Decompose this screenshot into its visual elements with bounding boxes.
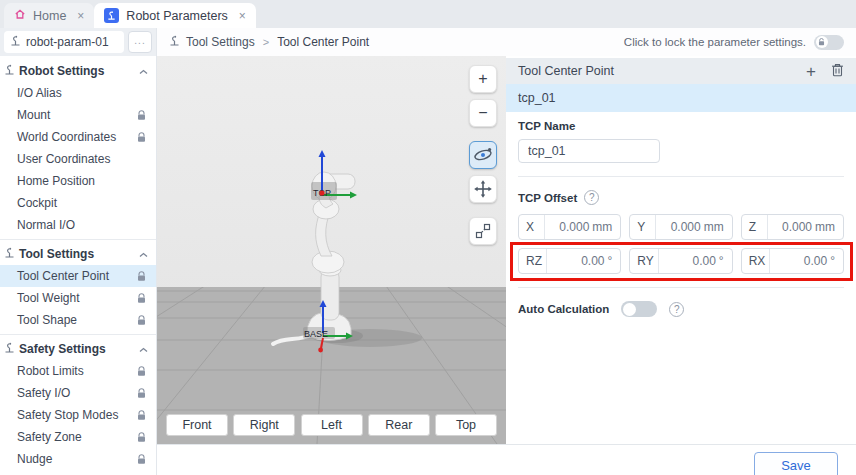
auto-calculation-toggle[interactable]	[621, 301, 657, 317]
tab-robot-parameters-label: Robot Parameters	[126, 9, 227, 23]
sidebar-item-label: Safety I/O	[17, 386, 137, 400]
help-icon[interactable]: ?	[584, 190, 599, 205]
chevron-up-icon[interactable]	[139, 342, 148, 356]
section-tool-settings[interactable]: Tool Settings	[0, 243, 156, 265]
sidebar-item-home-position[interactable]: Home Position	[0, 170, 156, 192]
unit-label: °	[719, 254, 724, 268]
main-area: Tool Settings > Tool Center Point Click …	[157, 28, 856, 475]
sidebar-item-label: Normal I/O	[17, 218, 146, 232]
sidebar-item-label: Tool Weight	[17, 291, 137, 305]
view-top-button[interactable]: Top	[435, 414, 497, 436]
sidebar-item-safety-io[interactable]: Safety I/O	[0, 382, 156, 404]
bottom-bar: Save	[157, 444, 856, 475]
unit-label: °	[608, 254, 613, 268]
section-robot-settings[interactable]: Robot Settings	[0, 60, 156, 82]
z-offset-field[interactable]: Z 0.000mm	[741, 214, 844, 240]
pan-button[interactable]	[469, 175, 497, 203]
lock-icon	[137, 271, 146, 282]
chevron-up-icon[interactable]	[139, 247, 148, 261]
sidebar-item-mount[interactable]: Mount	[0, 104, 156, 126]
lock-icon	[137, 454, 146, 465]
ry-offset-field[interactable]: RY 0.00°	[629, 248, 732, 274]
sidebar: robot-param-01 ... Robot Settings I/O Al…	[0, 28, 157, 475]
rz-offset-field[interactable]: RZ 0.00°	[518, 248, 621, 274]
parameter-set-name: robot-param-01	[26, 35, 109, 49]
sidebar-item-label: Cockpit	[17, 196, 146, 210]
ry-offset-value[interactable]: 0.00	[692, 254, 715, 268]
save-button[interactable]: Save	[754, 452, 838, 475]
sidebar-item-world-coordinates[interactable]: World Coordinates	[0, 126, 156, 148]
sidebar-item-label: I/O Alias	[17, 86, 146, 100]
rz-offset-value[interactable]: 0.00	[581, 254, 604, 268]
lock-icon	[137, 293, 146, 304]
rx-offset-value[interactable]: 0.00	[804, 254, 827, 268]
measure-button[interactable]	[469, 217, 497, 245]
delete-tcp-button[interactable]	[831, 63, 844, 80]
section-label: Robot Settings	[19, 64, 135, 78]
axis-label: RX	[742, 249, 771, 273]
parameter-set-selector[interactable]: robot-param-01	[4, 31, 124, 53]
tcp-name-input[interactable]	[518, 139, 660, 163]
axis-label: Z	[742, 215, 768, 239]
tab-robot-parameters[interactable]: Robot Parameters ×	[94, 3, 255, 28]
tab-home-label: Home	[33, 9, 66, 23]
view-left-button[interactable]: Left	[301, 414, 363, 436]
x-offset-field[interactable]: X 0.000mm	[518, 214, 621, 240]
sidebar-item-label: Tool Center Point	[17, 269, 137, 283]
section-safety-settings[interactable]: Safety Settings	[0, 338, 156, 360]
sidebar-item-normal-io[interactable]: Normal I/O	[0, 214, 156, 236]
sidebar-item-tool-shape[interactable]: Tool Shape	[0, 309, 156, 331]
tab-robot-parameters-close-icon[interactable]: ×	[239, 9, 246, 23]
panel-title: Tool Center Point	[518, 64, 806, 78]
lock-icon	[137, 132, 146, 143]
rotation-fields-row: RZ 0.00° RY 0.00° RX 0.00°	[518, 248, 844, 274]
robot-3d-viewport[interactable]: TCP BASE	[157, 56, 506, 444]
base-label: BASE	[304, 329, 328, 339]
sidebar-item-user-coordinates[interactable]: User Coordinates	[0, 148, 156, 170]
robot-3d-scene[interactable]: TCP BASE	[157, 56, 506, 444]
y-offset-field[interactable]: Y 0.000mm	[629, 214, 732, 240]
axis-label: X	[519, 215, 545, 239]
tab-home[interactable]: Home ×	[4, 3, 94, 28]
sidebar-item-label: Robot Limits	[17, 364, 137, 378]
lock-icon	[137, 410, 146, 421]
zoom-in-button[interactable]: +	[469, 65, 497, 93]
view-front-button[interactable]: Front	[166, 414, 228, 436]
panel-body: TCP Name TCP Offset ? X 0.000mm Y	[506, 112, 856, 317]
divider	[518, 176, 844, 177]
parameter-lock-toggle[interactable]	[814, 35, 844, 50]
measure-icon	[475, 223, 491, 239]
view-right-button[interactable]: Right	[233, 414, 295, 436]
sidebar-item-nudge[interactable]: Nudge	[0, 448, 156, 470]
tcp-offset-label: TCP Offset	[518, 192, 577, 204]
view-rear-button[interactable]: Rear	[368, 414, 430, 436]
sidebar-item-safety-zone[interactable]: Safety Zone	[0, 426, 156, 448]
unit-label: mm	[704, 220, 724, 234]
sidebar-item-tool-center-point[interactable]: Tool Center Point	[0, 265, 156, 287]
robot-icon	[104, 8, 119, 23]
sidebar-item-cockpit[interactable]: Cockpit	[0, 192, 156, 214]
y-offset-value[interactable]: 0.000	[671, 220, 701, 234]
add-tcp-button[interactable]: +	[806, 63, 816, 80]
breadcrumb-current: Tool Center Point	[277, 35, 369, 49]
sidebar-item-robot-limits[interactable]: Robot Limits	[0, 360, 156, 382]
help-icon[interactable]: ?	[669, 302, 684, 317]
sidebar-item-safety-stop-modes[interactable]: Safety Stop Modes	[0, 404, 156, 426]
lock-icon	[137, 110, 146, 121]
chevron-up-icon[interactable]	[139, 64, 148, 78]
zoom-out-button[interactable]: −	[469, 99, 497, 127]
axis-label: Y	[630, 215, 656, 239]
sidebar-item-label: Nudge	[17, 452, 137, 466]
tab-home-close-icon[interactable]: ×	[77, 9, 84, 23]
more-options-button[interactable]: ...	[128, 31, 152, 53]
z-offset-value[interactable]: 0.000	[782, 220, 812, 234]
rx-offset-field[interactable]: RX 0.00°	[741, 248, 844, 274]
orbit-rotate-button[interactable]	[469, 141, 497, 169]
sidebar-nav: Robot Settings I/O Alias Mount World Coo…	[0, 56, 156, 470]
tcp-list-item-selected[interactable]: tcp_01	[506, 84, 856, 112]
unlock-icon	[816, 36, 828, 48]
sidebar-item-io-alias[interactable]: I/O Alias	[0, 82, 156, 104]
breadcrumb-parent[interactable]: Tool Settings	[186, 35, 255, 49]
sidebar-item-tool-weight[interactable]: Tool Weight	[0, 287, 156, 309]
x-offset-value[interactable]: 0.000	[559, 220, 589, 234]
